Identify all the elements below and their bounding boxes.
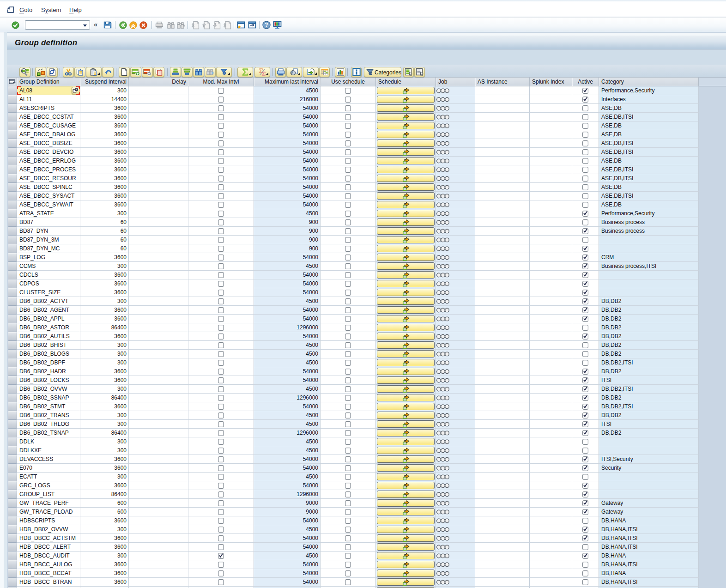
svg-text:?: ? [265, 22, 268, 28]
